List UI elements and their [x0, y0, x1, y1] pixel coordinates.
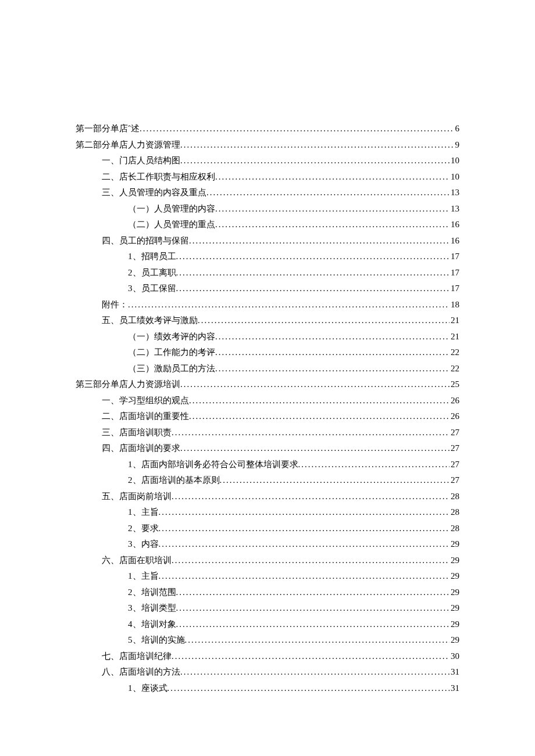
toc-entry-page: 13: [450, 185, 459, 201]
toc-entry-leader: [206, 185, 450, 201]
toc-entry-label: 2、培训范围: [128, 585, 176, 601]
toc-entry-label: 1、座谈式: [128, 680, 167, 697]
toc-entry-page: 29: [450, 536, 459, 553]
toc-entry-page: 6: [454, 121, 460, 137]
toc-entry-page: 10: [450, 153, 459, 169]
toc-entry-page: 18: [450, 297, 459, 313]
toc-entry-page: 17: [450, 281, 459, 297]
toc-entry-page: 31: [450, 664, 459, 680]
toc-entry-label: 一、门店人员结构图: [102, 153, 180, 169]
toc-entry: 一、学习型组织的观点26: [76, 393, 459, 409]
toc-entry: 一、门店人员结构图10: [76, 153, 459, 169]
toc-entry-label: 五、店面岗前培训: [102, 489, 172, 505]
toc-entry-label: 五、员工绩效考评与激励: [102, 313, 198, 329]
toc-entry-leader: [172, 648, 450, 665]
toc-entry-label: 八、店面培训的方法: [102, 664, 180, 680]
toc-entry-page: 28: [450, 521, 459, 537]
toc-entry-leader: [215, 329, 450, 345]
toc-entry-page: 17: [450, 265, 459, 281]
toc-entry-page: 29: [450, 617, 459, 633]
toc-entry-label: 2、店面培训的基本原则: [128, 472, 220, 489]
toc-entry: 1、座谈式31: [76, 680, 459, 697]
toc-entry-leader: [176, 585, 450, 601]
toc-entry: 三、人员管理的内容及重点13: [76, 185, 459, 201]
toc-entry-leader: [172, 553, 450, 569]
toc-entry-label: （二）人员管理的重点: [128, 217, 215, 233]
toc-entry-leader: [180, 440, 450, 457]
toc-entry-page: 30: [450, 648, 459, 665]
toc-entry-label: 1、主旨: [128, 568, 159, 585]
toc-entry-label: 一、学习型组织的观点: [102, 393, 189, 409]
toc-entry-label: 七、店面培训纪律: [102, 648, 172, 665]
toc-entry-leader: [176, 600, 450, 617]
toc-entry-label: （二）工作能力的考评: [128, 345, 215, 361]
toc-entry: 1、招聘员工17: [76, 249, 459, 265]
toc-entry-page: 22: [450, 361, 459, 377]
toc-entry-page: 10: [450, 169, 459, 185]
toc-entry-label: 1、店面内部培训务必符合公司整体培训要求: [128, 457, 298, 473]
toc-entry: 3、内容29: [76, 536, 459, 553]
toc-entry: 六、店面在职培训29: [76, 553, 459, 569]
toc-entry-page: 29: [450, 632, 459, 648]
toc-entry: 2、店面培训的基本原则27: [76, 472, 459, 489]
toc-entry: 1、主旨29: [76, 568, 459, 585]
toc-entry-leader: [172, 425, 450, 441]
toc-entry: 八、店面培训的方法31: [76, 664, 459, 680]
toc-entry-page: 16: [450, 217, 459, 233]
toc-entry-leader: [180, 664, 450, 680]
toc-entry-page: 25: [450, 377, 459, 393]
toc-entry-leader: [140, 121, 454, 137]
toc-entry-leader: [215, 169, 450, 185]
toc-entry: 3、员工保留17: [76, 281, 459, 297]
toc-entry-page: 21: [450, 313, 459, 329]
toc-entry: （三）激励员工的方法 22: [76, 361, 459, 377]
toc-entry-label: 5、培训的实施: [128, 632, 185, 648]
toc-entry-page: 29: [450, 568, 459, 585]
toc-entry-page: 27: [450, 457, 459, 473]
toc-entry-page: 22: [450, 345, 459, 361]
toc-entry-leader: [176, 281, 450, 297]
toc-entry: 2、培训范围29: [76, 585, 459, 601]
toc-entry-page: 26: [450, 393, 459, 409]
toc-entry-label: 2、要求: [128, 521, 159, 537]
toc-entry-label: 四、员工的招聘与保留: [102, 233, 189, 249]
toc-entry-page: 13: [450, 201, 459, 217]
toc-entry-leader: [298, 457, 450, 473]
toc-entry: （二）人员管理的重点 16: [76, 217, 459, 233]
toc-entry: 附件： 18: [76, 297, 459, 313]
toc-entry-leader: [198, 313, 450, 329]
toc-entry-leader: [176, 617, 450, 633]
toc-entry-leader: [128, 297, 450, 313]
toc-entry: 4、培训对象29: [76, 617, 459, 633]
toc-list: 第一部分单店ˆ述6第二部分单店人力资源管理9一、门店人员结构图10二、店长工作职…: [76, 121, 459, 696]
toc-entry: 二、店长工作职责与相应权利10: [76, 169, 459, 185]
toc-entry-leader: [176, 249, 450, 265]
toc-entry-page: 17: [450, 249, 459, 265]
toc-entry-leader: [189, 409, 450, 425]
toc-entry-label: 四、店面培训的要求: [102, 440, 180, 457]
toc-entry-label: （一）绩效考评的内容: [128, 329, 215, 345]
toc-entry-leader: [215, 201, 450, 217]
toc-entry-label: 3、内容: [128, 536, 159, 553]
toc-entry-label: 第三部分单店人力资源培训: [76, 377, 180, 393]
toc-entry: 1、店面内部培训务必符合公司整体培训要求27: [76, 457, 459, 473]
toc-entry-label: 3、培训类型: [128, 600, 176, 617]
toc-entry-page: 16: [450, 233, 459, 249]
toc-entry-label: 第一部分单店ˆ述: [76, 121, 140, 137]
toc-entry-page: 29: [450, 600, 459, 617]
toc-entry-label: 4、培训对象: [128, 617, 176, 633]
toc-entry-leader: [159, 568, 450, 585]
toc-entry: （一）人员管理的内容 13: [76, 201, 459, 217]
toc-entry: 2、员工离职17: [76, 265, 459, 281]
toc-entry-leader: [159, 521, 450, 537]
toc-entry-label: 第二部分单店人力资源管理: [76, 137, 180, 153]
toc-entry-leader: [220, 472, 450, 489]
toc-entry: 2、要求28: [76, 521, 459, 537]
toc-entry-leader: [215, 345, 450, 361]
toc-entry: 第三部分单店人力资源培训25: [76, 377, 459, 393]
toc-entry-label: （三）激励员工的方法: [128, 361, 215, 377]
toc-entry-label: （一）人员管理的内容: [128, 201, 215, 217]
toc-entry-leader: [159, 504, 450, 521]
toc-entry-leader: [180, 153, 450, 169]
toc-entry-label: 附件：: [102, 297, 128, 313]
